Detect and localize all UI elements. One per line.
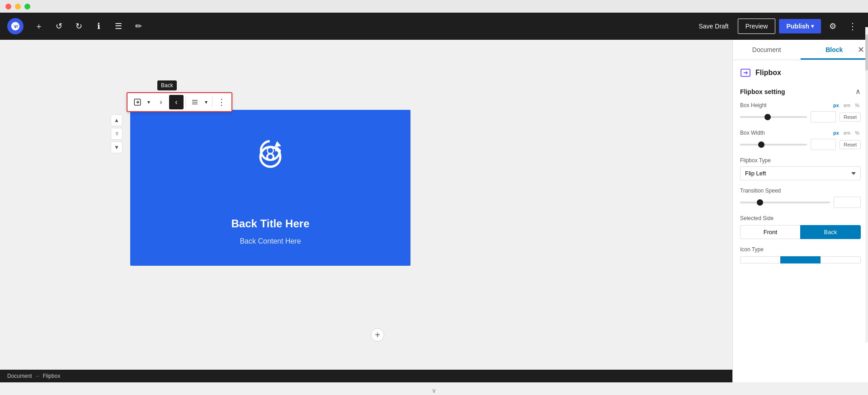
- flipbox-back-title: Back Title Here: [231, 217, 310, 230]
- box-height-field: Box Height px em % Reset: [740, 102, 861, 122]
- wp-toolbar: ＋ ↺ ↻ ℹ ☰ ✏ Save Draft Preview Publish ▾…: [0, 13, 868, 40]
- svg-rect-3: [192, 103, 198, 104]
- box-width-reset-btn[interactable]: Reset: [840, 140, 861, 149]
- block-type-dropdown: ▾: [130, 95, 153, 109]
- width-px-btn[interactable]: px: [832, 130, 840, 136]
- box-width-field: Box Width px em % Reset: [740, 130, 861, 150]
- breadcrumb-current[interactable]: Flipbox: [43, 373, 61, 379]
- drag-handle-btn[interactable]: ⠿: [111, 128, 123, 140]
- box-height-label: Box Height px em %: [740, 102, 861, 108]
- width-em-btn[interactable]: em: [842, 130, 852, 136]
- box-width-row: Reset: [740, 139, 861, 150]
- info-btn[interactable]: ℹ: [90, 18, 107, 34]
- wp-logo[interactable]: [7, 18, 24, 34]
- document-tab[interactable]: Document: [733, 40, 801, 60]
- icon-type-field: Icon Type: [740, 246, 861, 263]
- section-toggle-btn[interactable]: ∧: [855, 87, 861, 96]
- transition-speed-label: Transition Speed: [740, 188, 861, 194]
- more-options-btn[interactable]: ⋮: [844, 18, 861, 34]
- preview-btn[interactable]: Preview: [738, 19, 776, 34]
- box-height-reset-btn[interactable]: Reset: [840, 113, 861, 122]
- align-btn[interactable]: [188, 95, 202, 109]
- flipbox-back-content: Back Content Here: [240, 237, 301, 245]
- maximize-button[interactable]: [24, 4, 30, 9]
- more-block-options-btn[interactable]: ⋮: [214, 95, 229, 109]
- icon-type-active-btn[interactable]: [780, 256, 821, 263]
- flipbox-card[interactable]: Back Title Here Back Content Here: [130, 110, 410, 266]
- flipbox-block-icon: [133, 98, 142, 106]
- svg-point-10: [269, 161, 272, 164]
- publish-btn[interactable]: Publish ▾: [779, 19, 821, 33]
- scrollbar-track: [865, 27, 868, 343]
- block-toolbar-wrapper: Back ▾ › ‹: [127, 80, 232, 112]
- box-width-label: Box Width px em %: [740, 130, 861, 136]
- transition-speed-slider[interactable]: [740, 202, 830, 203]
- move-up-btn[interactable]: ▲: [111, 114, 123, 126]
- block-type-icon-btn[interactable]: [130, 95, 145, 109]
- scroll-down-icon: ∨: [432, 387, 436, 394]
- toolbar-divider2: [212, 97, 212, 108]
- transition-speed-row: [740, 197, 861, 208]
- breadcrumb-separator: →: [35, 373, 40, 379]
- selected-side-label: Selected Side: [740, 215, 861, 221]
- box-height-slider[interactable]: [740, 116, 807, 118]
- back-tooltip: Back: [157, 80, 177, 90]
- wordpress-icon: [10, 21, 20, 31]
- panel-close-btn[interactable]: ✕: [858, 45, 864, 55]
- main-layout: Back ▾ › ‹: [0, 40, 868, 382]
- front-side-btn[interactable]: Front: [740, 225, 800, 239]
- height-em-btn[interactable]: em: [842, 102, 852, 108]
- flipbox-type-field: Flipbox Type Flip Left Flip Right Flip T…: [740, 157, 861, 180]
- icon-type-none-btn[interactable]: [740, 256, 780, 263]
- tools-btn[interactable]: ✏: [130, 18, 146, 34]
- undo-btn[interactable]: ↺: [51, 18, 67, 34]
- box-height-input[interactable]: [811, 111, 836, 122]
- height-px-btn[interactable]: px: [832, 102, 840, 108]
- titlebar: [0, 0, 868, 13]
- box-height-units: px em %: [832, 102, 861, 108]
- flipbox-panel-icon: [740, 67, 751, 78]
- align-dropdown: ▾: [188, 95, 210, 109]
- flipbox-type-select[interactable]: Flip Left Flip Right Flip Top Flip Botto…: [740, 166, 861, 180]
- svg-point-9: [268, 155, 273, 159]
- transition-speed-input[interactable]: [834, 197, 861, 208]
- svg-rect-1: [192, 100, 198, 100]
- flipbox-label-row: Flipbox: [740, 67, 861, 78]
- box-height-row: Reset: [740, 111, 861, 122]
- scrollbar-thumb[interactable]: [865, 34, 868, 71]
- icon-type-other-btn[interactable]: [821, 256, 861, 263]
- close-button[interactable]: [5, 4, 11, 9]
- width-percent-btn[interactable]: %: [854, 130, 861, 136]
- side-buttons: Front Back: [740, 225, 861, 239]
- tab-indicator: [801, 58, 868, 60]
- align-icon: [191, 99, 198, 106]
- box-width-input[interactable]: [811, 139, 836, 150]
- move-down-btn[interactable]: ▼: [111, 141, 123, 153]
- icon-type-label: Icon Type: [740, 246, 861, 253]
- panel-scroll-down[interactable]: ∨: [429, 386, 439, 395]
- add-block-toolbar-btn[interactable]: ＋: [31, 18, 47, 34]
- flipbox-panel-name: Flipbox: [755, 69, 781, 77]
- navigate-left-btn[interactable]: ‹: [169, 95, 184, 109]
- publish-arrow-icon: ▾: [811, 23, 814, 29]
- add-block-inline-btn[interactable]: +: [371, 328, 384, 342]
- list-view-btn[interactable]: ☰: [110, 18, 127, 34]
- transition-speed-field: Transition Speed: [740, 188, 861, 208]
- block-type-chevron[interactable]: ▾: [145, 95, 153, 109]
- panel-content: Flipbox Flipbox setting ∧ Box Height px …: [733, 60, 868, 382]
- align-chevron[interactable]: ▾: [202, 95, 210, 109]
- settings-btn[interactable]: ⚙: [825, 18, 841, 34]
- back-side-btn[interactable]: Back: [800, 225, 861, 239]
- selected-side-field: Selected Side Front Back: [740, 215, 861, 239]
- plus-icon: +: [375, 330, 380, 340]
- height-percent-btn[interactable]: %: [854, 102, 861, 108]
- section-header: Flipbox setting ∧: [740, 87, 861, 96]
- box-width-units: px em %: [832, 130, 861, 136]
- breadcrumb-document[interactable]: Document: [7, 373, 32, 379]
- box-width-slider[interactable]: [740, 144, 807, 146]
- minimize-button[interactable]: [15, 4, 21, 9]
- redo-btn[interactable]: ↻: [71, 18, 87, 34]
- navigate-right-btn[interactable]: ›: [154, 95, 168, 109]
- flipbox-container: Back Title Here Back Content Here: [130, 110, 424, 266]
- save-draft-btn[interactable]: Save Draft: [693, 19, 734, 33]
